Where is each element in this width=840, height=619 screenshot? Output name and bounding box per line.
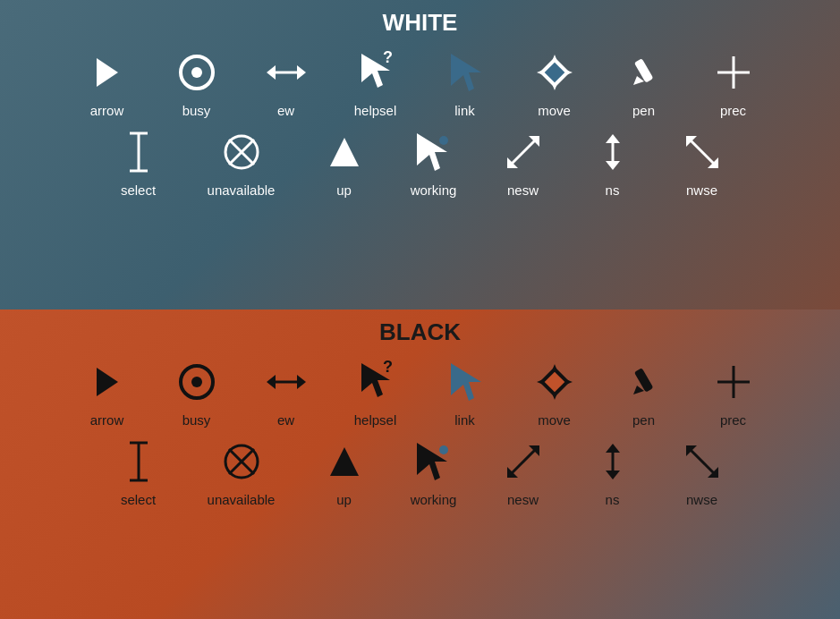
- svg-marker-25: [330, 138, 359, 166]
- black-busy-icon: [170, 355, 224, 409]
- white-prec-item: prec: [689, 46, 778, 118]
- svg-line-36: [688, 138, 717, 166]
- white-working-item: working: [389, 125, 479, 198]
- white-row-2: select unavailable: [94, 125, 747, 205]
- black-nesw-item: nesw: [479, 435, 568, 507]
- white-ew-label: ew: [277, 103, 294, 118]
- black-up-label: up: [336, 492, 352, 507]
- white-busy-icon: [170, 46, 224, 99]
- black-ew-icon: [259, 355, 313, 409]
- black-move-icon: [528, 355, 581, 409]
- black-working-icon: [407, 435, 461, 488]
- white-ew-item: ew: [242, 46, 331, 118]
- black-ew-item: ew: [242, 355, 331, 428]
- white-ns-item: ns: [568, 125, 658, 198]
- black-arrow-item: arrow: [63, 355, 152, 428]
- black-working-item: working: [389, 435, 479, 507]
- white-nesw-icon: [496, 125, 550, 179]
- svg-marker-68: [606, 444, 620, 453]
- svg-marker-0: [97, 58, 118, 87]
- black-nwse-icon: [675, 435, 729, 488]
- black-icons-grid: arrow busy: [63, 355, 778, 514]
- black-up-item: up: [300, 435, 389, 507]
- white-up-item: up: [300, 125, 389, 198]
- white-select-item: select: [94, 125, 183, 198]
- white-select-icon: [112, 125, 165, 179]
- svg-marker-53: [633, 386, 644, 394]
- white-nesw-label: nesw: [507, 182, 539, 198]
- black-busy-label: busy: [182, 412, 211, 428]
- black-select-item: select: [94, 435, 183, 507]
- svg-marker-69: [606, 471, 620, 479]
- black-section: BLACK arrow: [0, 310, 840, 619]
- svg-point-39: [191, 377, 202, 387]
- white-section: WHITE arrow: [0, 0, 840, 310]
- white-ns-label: ns: [606, 182, 620, 198]
- white-busy-label: busy: [182, 103, 211, 118]
- black-select-label: select: [121, 492, 156, 507]
- white-ew-icon: [259, 46, 313, 99]
- black-ns-item: ns: [568, 435, 658, 507]
- white-move-item: move: [510, 46, 599, 118]
- white-nwse-label: nwse: [686, 182, 717, 198]
- black-link-label: link: [454, 412, 475, 428]
- black-nesw-label: nesw: [507, 492, 539, 507]
- svg-marker-42: [297, 375, 306, 389]
- svg-marker-3: [267, 65, 276, 80]
- black-pen-label: pen: [632, 412, 655, 428]
- black-move-label: move: [538, 412, 571, 428]
- black-select-icon: [112, 435, 165, 488]
- white-link-label: link: [454, 103, 475, 118]
- white-move-icon: [528, 46, 581, 99]
- black-pen-item: pen: [599, 355, 689, 428]
- white-unavailable-label: unavailable: [208, 182, 276, 198]
- white-icons-grid: arrow busy: [63, 46, 778, 205]
- white-pen-label: pen: [632, 103, 655, 118]
- svg-point-64: [439, 445, 448, 454]
- white-prec-label: prec: [720, 103, 746, 118]
- black-nesw-icon: [496, 435, 550, 488]
- white-arrow-icon: [81, 46, 134, 99]
- black-busy-item: busy: [152, 355, 242, 428]
- white-nesw-item: nesw: [479, 125, 568, 198]
- white-helpsel-item: ? helpsel: [331, 46, 420, 118]
- white-select-label: select: [121, 182, 156, 198]
- white-helpsel-label: helpsel: [354, 103, 397, 118]
- white-prec-icon: [707, 46, 760, 99]
- black-helpsel-label: helpsel: [354, 412, 397, 428]
- white-up-icon: [318, 125, 371, 179]
- black-link-item: link: [420, 355, 510, 428]
- white-working-label: working: [411, 182, 457, 198]
- black-pen-icon: [617, 355, 671, 409]
- white-up-label: up: [336, 182, 352, 198]
- svg-line-73: [688, 447, 717, 476]
- black-unavailable-item: unavailable: [183, 435, 300, 507]
- svg-point-2: [191, 67, 202, 78]
- black-move-item: move: [510, 355, 599, 428]
- white-nwse-item: nwse: [658, 125, 747, 198]
- black-prec-icon: [707, 355, 760, 409]
- white-move-label: move: [538, 103, 571, 118]
- svg-point-27: [439, 136, 448, 145]
- svg-marker-32: [606, 161, 620, 170]
- black-prec-label: prec: [720, 412, 746, 428]
- white-busy-item: busy: [152, 46, 242, 118]
- black-working-label: working: [411, 492, 457, 507]
- svg-marker-62: [330, 447, 359, 476]
- white-section-title: WHITE: [383, 9, 458, 37]
- white-pen-icon: [617, 46, 671, 99]
- white-row-1: arrow busy: [63, 46, 778, 125]
- svg-marker-5: [297, 65, 306, 80]
- black-unavailable-label: unavailable: [208, 492, 276, 507]
- white-working-icon: [407, 125, 461, 179]
- white-nwse-icon: [675, 125, 729, 179]
- black-row-2: select unavailable: [94, 435, 747, 514]
- black-up-icon: [318, 435, 371, 488]
- black-arrow-label: arrow: [90, 412, 124, 428]
- black-helpsel-icon: ?: [349, 355, 403, 409]
- svg-line-30: [509, 138, 538, 166]
- white-pen-item: pen: [599, 46, 689, 118]
- white-ns-icon: [586, 125, 640, 179]
- black-arrow-icon: [81, 355, 134, 409]
- black-helpsel-item: ? helpsel: [331, 355, 420, 428]
